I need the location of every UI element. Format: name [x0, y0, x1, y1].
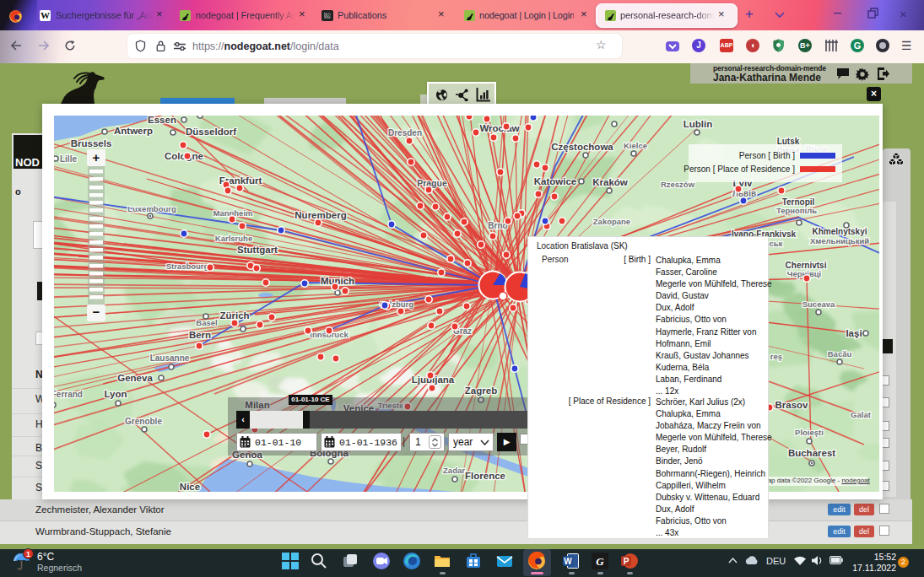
svg-text:Хмельницький: Хмельницький: [810, 236, 869, 245]
svg-text:Bacău: Bacău: [828, 349, 852, 359]
svg-text:Wrocław: Wrocław: [479, 123, 519, 133]
svg-text:Suceava: Suceava: [802, 299, 835, 309]
svg-text:Stuttgart: Stuttgart: [237, 245, 278, 255]
svg-text:Essen: Essen: [148, 116, 176, 125]
svg-text:Düsseldorf: Düsseldorf: [186, 127, 236, 137]
svg-text:Lyon: Lyon: [104, 389, 127, 399]
svg-text:Florence: Florence: [465, 471, 505, 481]
svg-text:Lille: Lille: [60, 154, 77, 164]
svg-text:Zagreb: Zagreb: [465, 386, 497, 396]
svg-text:Zadar: Zadar: [443, 466, 465, 475]
svg-text:Kielce: Kielce: [624, 141, 647, 150]
svg-text:Geneva: Geneva: [117, 373, 153, 383]
svg-text:−: −: [93, 305, 100, 319]
svg-text:Brasov: Brasov: [775, 400, 809, 410]
svg-text:Luxembourg: Luxembourg: [127, 204, 176, 213]
svg-text:Częstochowa: Częstochowa: [551, 142, 613, 152]
svg-text:Brussels: Brussels: [71, 138, 112, 148]
svg-text:t-Ferrand: t-Ferrand: [54, 390, 83, 399]
svg-text:Karlsruhe: Karlsruhe: [215, 234, 252, 243]
svg-text:reş: reş: [770, 352, 782, 361]
svg-text:Kraków: Kraków: [592, 177, 628, 187]
svg-text:W: W: [564, 557, 572, 566]
svg-text:Dresden: Dresden: [388, 128, 422, 138]
svg-text:G: G: [596, 555, 604, 568]
svg-text:Antwerp: Antwerp: [114, 126, 153, 136]
svg-text:Strasbourg: Strasbourg: [166, 262, 209, 271]
svg-text:Katowice: Katowice: [534, 176, 577, 186]
svg-text:Ploieşti: Ploieşti: [795, 428, 824, 437]
svg-text:Iaşi: Iaşi: [846, 328, 862, 338]
svg-text:Zakopane: Zakopane: [593, 217, 630, 226]
svg-text:Khmelnytskyi: Khmelnytskyi: [812, 227, 867, 236]
svg-text:Bern: Bern: [189, 330, 211, 340]
svg-text:Bucharest: Bucharest: [788, 448, 835, 458]
svg-text:+: +: [93, 150, 100, 164]
svg-text:Lublin: Lublin: [684, 119, 713, 129]
svg-text:Galat: Galat: [851, 410, 872, 419]
svg-text:Тернопіль: Тернопіль: [776, 206, 817, 215]
svg-text:P: P: [624, 557, 630, 566]
svg-text:Grenoble: Grenoble: [125, 417, 162, 426]
svg-text:Nice: Nice: [180, 482, 200, 492]
svg-text:Prague: Prague: [417, 178, 447, 188]
svg-text:Nuremberg: Nuremberg: [294, 210, 346, 220]
svg-text:Lausanne: Lausanne: [150, 353, 190, 363]
